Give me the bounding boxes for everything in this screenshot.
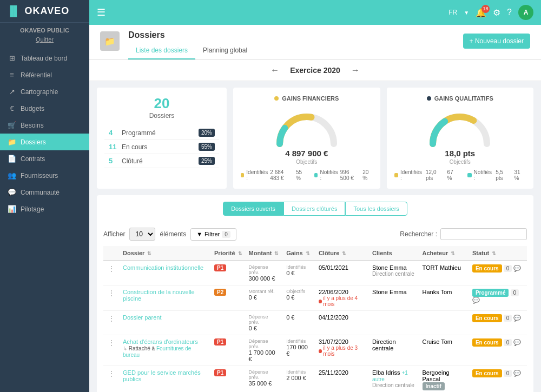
row-gains: 0 € bbox=[283, 311, 315, 335]
filtrer-label: Filtrer bbox=[204, 231, 220, 237]
help-icon[interactable]: ? bbox=[507, 8, 512, 17]
settings-icon[interactable]: ⚙ bbox=[493, 8, 500, 18]
sidebar-item-label: Référentiel bbox=[21, 71, 52, 79]
legend-qpct2: 31 % bbox=[514, 169, 526, 181]
row-action[interactable]: ⋮ bbox=[103, 261, 120, 285]
stat-card-financiers: GAINS FINANCIERS 4 897 900 € Objectifs bbox=[233, 88, 380, 189]
row-dossier: Achat d'écrans d'ordinateurs↳ Rattaché à… bbox=[120, 335, 211, 366]
cloture-date: 25/11/2020 bbox=[319, 369, 366, 376]
sidebar-item-fournisseurs[interactable]: 👥 Fournisseurs bbox=[0, 167, 89, 184]
table-body: ⋮Communication institutionnelleP1Dépense… bbox=[103, 261, 527, 392]
legend-qdot-identifie bbox=[394, 173, 399, 177]
topbar: ☰ FR ▼ 🔔 18 ⚙ ? A bbox=[89, 0, 541, 25]
montant-value: 0 € bbox=[249, 294, 280, 301]
qualitatifs-label: GAINS QUALITATIFS bbox=[434, 95, 493, 102]
row-action-icon[interactable]: ⋮ bbox=[107, 313, 116, 324]
acheteur-name: Bergoeing Pascal bbox=[423, 369, 466, 382]
notification-icon[interactable]: 🔔 18 bbox=[476, 8, 486, 18]
sidebar-item-pilotage[interactable]: 📊 Pilotage bbox=[0, 201, 89, 217]
legend-dot-identifie bbox=[241, 173, 244, 177]
sidebar-item-cartographie[interactable]: ↗ Cartographie bbox=[0, 83, 89, 100]
lang-arrow[interactable]: ▼ bbox=[464, 10, 469, 16]
row-action-icon[interactable]: ⋮ bbox=[107, 288, 116, 298]
sidebar-item-budgets[interactable]: € Budgets bbox=[0, 100, 89, 117]
dossier-num: 5 bbox=[109, 157, 122, 165]
legend-label: Identifiés : bbox=[246, 169, 268, 181]
gains-label: Identifiés bbox=[286, 338, 312, 344]
quit-area[interactable]: Quitter bbox=[0, 35, 89, 44]
gains-value: 170 000 € bbox=[286, 344, 312, 357]
status-badge: En cours bbox=[472, 264, 502, 273]
financiers-label: GAINS FINANCIERS bbox=[282, 95, 339, 102]
dossier-link[interactable]: Construction de la nouvelle piscine bbox=[123, 289, 195, 302]
topbar-right: FR ▼ 🔔 18 ⚙ ? A bbox=[448, 5, 533, 20]
row-action[interactable]: ⋮ bbox=[103, 366, 120, 393]
qualitatifs-title: GAINS QUALITATIFS bbox=[394, 95, 526, 102]
exercice-next-arrow[interactable]: → bbox=[351, 65, 360, 75]
sidebar-item-tableau[interactable]: ⊞ Tableau de bord bbox=[0, 50, 89, 67]
th-montant[interactable]: Montant ⇅ bbox=[246, 246, 283, 261]
sidebar-item-label: Dossiers bbox=[21, 138, 46, 146]
sidebar-item-label: Fournisseurs bbox=[21, 172, 58, 180]
th-cloture[interactable]: Clôture ⇅ bbox=[315, 246, 369, 261]
exercice-label: Exercice 2020 bbox=[290, 66, 340, 75]
hamburger-icon[interactable]: ☰ bbox=[97, 6, 105, 18]
count-select[interactable]: 10 25 50 bbox=[129, 228, 155, 241]
legend-q-notifie: Notifiés : 5,5 pts 31 % bbox=[467, 169, 526, 181]
client-extra: +1 autre bbox=[372, 370, 408, 382]
th-gains[interactable]: Gains ⇅ bbox=[283, 246, 315, 261]
dossier-link[interactable]: Communication institutionnelle bbox=[123, 264, 203, 271]
rattache-label: ↳ Rattaché à Fournitures de bureau bbox=[123, 346, 191, 358]
qualitatifs-gauge bbox=[394, 106, 526, 147]
dossier-link[interactable]: Dossier parent bbox=[123, 314, 162, 321]
legend-q-identifie: Identifiés : 12,0 pts 67 % bbox=[394, 169, 459, 181]
row-action-icon[interactable]: ⋮ bbox=[107, 263, 116, 274]
sidebar-item-label: Pilotage bbox=[21, 205, 44, 213]
sidebar-item-besoins[interactable]: 🛒 Besoins bbox=[0, 117, 89, 134]
row-action[interactable]: ⋮ bbox=[103, 311, 120, 335]
toggle-clotures[interactable]: Dossiers clôturés bbox=[283, 202, 345, 216]
th-priorite[interactable]: Priorité ⇅ bbox=[211, 246, 246, 261]
th-acheteur[interactable]: Acheteur ⇅ bbox=[419, 246, 469, 261]
user-avatar[interactable]: A bbox=[518, 5, 533, 20]
th-statut[interactable]: Statut ⇅ bbox=[469, 246, 527, 261]
row-action-icon[interactable]: ⋮ bbox=[107, 368, 116, 379]
row-action-icon[interactable]: ⋮ bbox=[107, 337, 116, 348]
comment-icon: 💬 bbox=[513, 315, 521, 321]
row-montant: Dépense prév.0 € bbox=[246, 311, 283, 335]
toggle-tous[interactable]: Tous les dossiers bbox=[345, 202, 407, 216]
afficher-label: Afficher bbox=[103, 230, 125, 238]
new-dossier-button[interactable]: + Nouveau dossier bbox=[463, 34, 530, 49]
tab-liste[interactable]: Liste des dossiers bbox=[128, 43, 195, 59]
sidebar-item-dossiers[interactable]: 📁 Dossiers bbox=[0, 134, 89, 150]
lang-selector[interactable]: FR bbox=[448, 9, 457, 16]
row-statut: En cours 0 💬 bbox=[469, 261, 527, 285]
sidebar-item-communaute[interactable]: 💬 Communauté bbox=[0, 184, 89, 201]
rattache-link[interactable]: Fournitures de bureau bbox=[123, 346, 191, 358]
sidebar-item-contrats[interactable]: 📄 Contrats bbox=[0, 150, 89, 167]
financiers-dot bbox=[274, 96, 279, 101]
filtrer-button[interactable]: ▼ Filtrer 0 bbox=[190, 228, 236, 241]
stat-card-dossiers: 20 Dossiers 4 Programmé 20% 11 En cours … bbox=[97, 88, 227, 189]
row-action[interactable]: ⋮ bbox=[103, 285, 120, 311]
th-dossier[interactable]: Dossier ⇅ bbox=[120, 246, 211, 261]
financiers-legend: Identifiés : 2 684 483 € 55 % Notifiés :… bbox=[241, 169, 373, 181]
client-sub: Direction centrale bbox=[372, 382, 415, 388]
toggle-ouverts[interactable]: Dossiers ouverts bbox=[223, 202, 283, 216]
th-clients[interactable]: Clients bbox=[369, 246, 419, 261]
quit-link[interactable]: Quitter bbox=[36, 36, 54, 43]
status-badge: En cours bbox=[472, 314, 502, 322]
priority-badge: P2 bbox=[214, 289, 226, 296]
search-input[interactable] bbox=[440, 228, 527, 240]
tab-planning[interactable]: Planning global bbox=[195, 43, 255, 59]
sidebar-item-referentiel[interactable]: ≡ Référentiel bbox=[0, 67, 89, 83]
sort-icon-cloture: ⇅ bbox=[342, 251, 346, 256]
legend-value: 996 500 € bbox=[340, 169, 360, 181]
legend-identifie: Identifiés : 2 684 483 € 55 % bbox=[241, 169, 306, 181]
logo-icon: ▐▌ bbox=[6, 5, 21, 17]
priority-badge: P1 bbox=[214, 338, 226, 346]
dossier-link[interactable]: GED pour le service marchés publics bbox=[123, 369, 201, 382]
dossier-link[interactable]: Achat d'écrans d'ordinateurs bbox=[123, 338, 198, 345]
exercice-prev-arrow[interactable]: ← bbox=[270, 65, 279, 75]
row-action[interactable]: ⋮ bbox=[103, 335, 120, 366]
